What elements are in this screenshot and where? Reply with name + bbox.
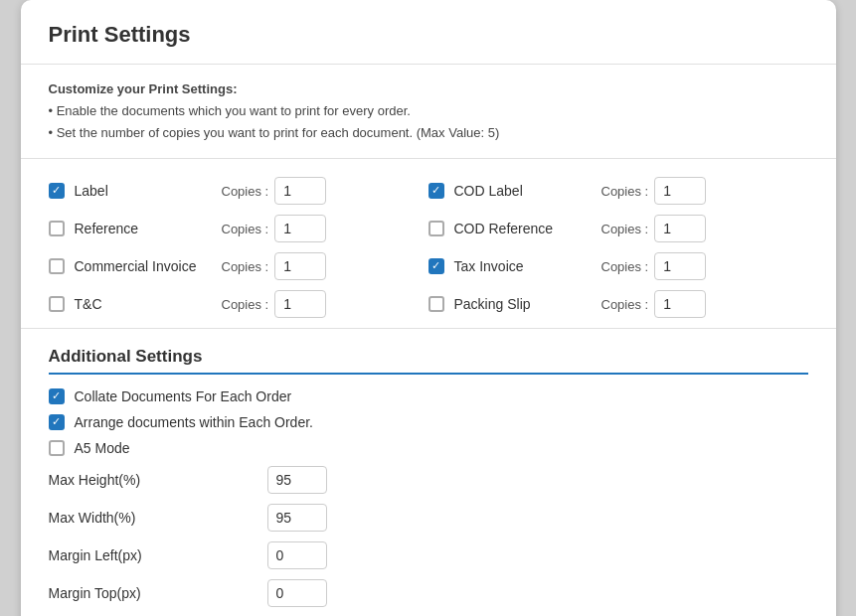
info-title: Customize your Print Settings: — [49, 78, 808, 100]
checkbox-packing-slip[interactable] — [428, 296, 444, 312]
copies-input-right-cod-label[interactable] — [654, 177, 706, 205]
doc-label-tnc: T&C — [75, 296, 222, 312]
field-input-margin-top[interactable] — [267, 579, 327, 607]
page-title: Print Settings — [21, 0, 836, 65]
checkbox-tax-invoice[interactable]: ✓ — [428, 258, 444, 274]
checkbox-a5mode[interactable] — [49, 440, 65, 456]
doc-row-right-cod-label: ✓COD LabelCopies : — [428, 177, 808, 205]
copies-label-commercial-invoice: Copies : — [222, 259, 269, 274]
copies-input-reference[interactable] — [274, 215, 326, 242]
docs-col-left: ✓LabelCopies :ReferenceCopies :Commercia… — [49, 177, 428, 318]
field-input-max-width[interactable] — [267, 504, 327, 532]
doc-label-cod-label: COD Label — [454, 183, 601, 199]
docs-col-right: ✓COD LabelCopies :COD ReferenceCopies :✓… — [428, 177, 808, 318]
field-label-margin-top: Margin Top(px) — [49, 585, 267, 601]
print-settings-card: Print Settings Customize your Print Sett… — [21, 0, 836, 616]
field-row-margin-left: Margin Left(px) — [49, 541, 808, 569]
copies-label-label: Copies : — [222, 184, 269, 199]
field-input-max-height[interactable] — [267, 466, 327, 494]
copies-label-right-packing-slip: Copies : — [601, 297, 649, 312]
copies-label-right-tax-invoice: Copies : — [601, 259, 649, 274]
info-line-2: • Set the number of copies you want to p… — [49, 122, 808, 144]
copies-label-tnc: Copies : — [222, 297, 269, 312]
checkbox-reference[interactable] — [49, 221, 65, 236]
field-input-margin-left[interactable] — [267, 541, 327, 569]
doc-row-right-cod-reference: COD ReferenceCopies : — [428, 215, 808, 242]
doc-label-tax-invoice: Tax Invoice — [454, 258, 601, 274]
copies-input-right-tax-invoice[interactable] — [654, 252, 706, 280]
copies-label-right-cod-label: Copies : — [601, 184, 649, 199]
doc-label-commercial-invoice: Commercial Invoice — [75, 258, 222, 274]
checkbox-collate[interactable]: ✓ — [49, 388, 65, 404]
setting-row-collate: ✓Collate Documents For Each Order — [49, 388, 808, 404]
setting-label-a5mode: A5 Mode — [75, 440, 130, 456]
field-label-max-height: Max Height(%) — [49, 472, 267, 488]
copies-label-right-cod-reference: Copies : — [601, 222, 649, 236]
additional-section: Additional Settings ✓Collate Documents F… — [21, 329, 836, 607]
copies-input-tnc[interactable] — [274, 290, 326, 318]
checkbox-cod-reference[interactable] — [428, 221, 444, 236]
info-line-1: • Enable the documents which you want to… — [49, 100, 808, 122]
setting-label-collate: Collate Documents For Each Order — [75, 388, 292, 404]
doc-label-packing-slip: Packing Slip — [454, 296, 601, 312]
checkbox-cod-label[interactable]: ✓ — [428, 183, 444, 199]
copies-input-right-packing-slip[interactable] — [654, 290, 706, 318]
field-row-margin-top: Margin Top(px) — [49, 579, 808, 607]
field-label-margin-left: Margin Left(px) — [49, 547, 267, 563]
copies-input-label[interactable] — [274, 177, 326, 205]
copies-input-commercial-invoice[interactable] — [274, 252, 326, 280]
setting-label-arrange: Arrange documents within Each Order. — [75, 414, 313, 430]
documents-section: ✓LabelCopies :ReferenceCopies :Commercia… — [21, 159, 836, 329]
doc-row-right-tax-invoice: ✓Tax InvoiceCopies : — [428, 252, 808, 280]
doc-row-right-packing-slip: Packing SlipCopies : — [428, 290, 808, 318]
doc-label-reference: Reference — [75, 221, 222, 236]
doc-label-cod-reference: COD Reference — [454, 221, 601, 236]
additional-title: Additional Settings — [49, 347, 808, 375]
doc-row-left-reference: ReferenceCopies : — [49, 215, 428, 242]
docs-grid: ✓LabelCopies :ReferenceCopies :Commercia… — [49, 177, 808, 318]
setting-row-arrange: ✓Arrange documents within Each Order. — [49, 414, 808, 430]
doc-row-left-tnc: T&CCopies : — [49, 290, 428, 318]
field-row-max-width: Max Width(%) — [49, 504, 808, 532]
checkbox-arrange[interactable]: ✓ — [49, 414, 65, 430]
checkbox-commercial-invoice[interactable] — [49, 258, 65, 274]
doc-row-left-commercial-invoice: Commercial InvoiceCopies : — [49, 252, 428, 280]
checkbox-label[interactable]: ✓ — [49, 183, 65, 199]
field-label-max-width: Max Width(%) — [49, 510, 267, 526]
doc-label-label: Label — [75, 183, 222, 199]
info-section: Customize your Print Settings: • Enable … — [21, 65, 836, 159]
doc-row-left-label: ✓LabelCopies : — [49, 177, 428, 205]
copies-label-reference: Copies : — [222, 222, 269, 236]
setting-row-a5mode: A5 Mode — [49, 440, 808, 456]
copies-input-right-cod-reference[interactable] — [654, 215, 706, 242]
checkbox-tnc[interactable] — [49, 296, 65, 312]
field-row-max-height: Max Height(%) — [49, 466, 808, 494]
